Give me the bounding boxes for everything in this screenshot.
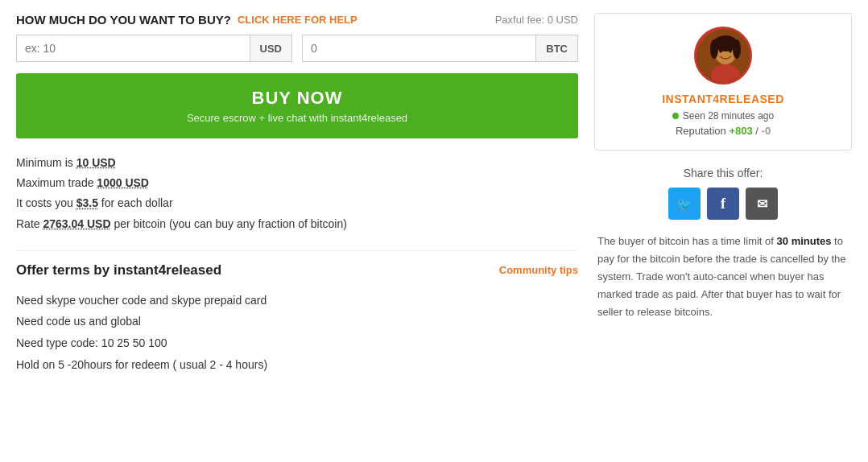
input-row: USD BTC	[16, 35, 578, 62]
rate-value: 2763.04 USD	[43, 217, 110, 230]
svg-point-3	[710, 39, 718, 59]
minimum-info: Minimum is 10 USD	[16, 153, 578, 173]
btc-input-group: BTC	[302, 35, 578, 62]
avatar-silhouette	[696, 29, 752, 85]
online-indicator	[672, 113, 679, 119]
offer-header-row: Offer terms by instant4released Communit…	[16, 262, 578, 278]
btc-currency: BTC	[535, 35, 577, 61]
seller-card: INSTANT4RELEASED Seen 28 minutes ago Rep…	[594, 13, 852, 151]
right-panel: INSTANT4RELEASED Seen 28 minutes ago Rep…	[594, 13, 852, 375]
facebook-icon: f	[721, 196, 725, 212]
svg-point-4	[733, 39, 741, 59]
buy-question: HOW MUCH DO YOU WANT TO BUY?	[16, 13, 231, 27]
trade-info: Minimum is 10 USD Maximum trade 1000 USD…	[16, 153, 578, 234]
avatar	[694, 27, 752, 85]
rep-positive: +803	[729, 125, 752, 137]
help-link[interactable]: CLICK HERE FOR HELP	[238, 14, 358, 26]
share-buttons: 🐦 f ✉	[594, 188, 852, 220]
buy-now-label: BUY NOW	[31, 88, 564, 109]
share-section: Share this offer: 🐦 f ✉	[594, 167, 852, 220]
usd-input[interactable]	[17, 35, 250, 61]
rate-info: Rate 2763.04 USD per bitcoin (you can bu…	[16, 214, 578, 234]
seller-name: INSTANT4RELEASED	[608, 93, 838, 105]
list-item: Hold on 5 -20hours for redeem ( usual 2 …	[16, 354, 578, 376]
list-item: Need type code: 10 25 50 100	[16, 332, 578, 354]
usd-currency: USD	[250, 35, 291, 61]
reputation: Reputation +803 / -0	[608, 125, 838, 137]
time-limit-bold: 30 minutes	[777, 235, 832, 247]
cost-info: It costs you $3.5 for each dollar	[16, 193, 578, 213]
seen-time: Seen 28 minutes ago	[608, 110, 838, 122]
rep-negative: -0	[762, 125, 771, 137]
buy-header: HOW MUCH DO YOU WANT TO BUY? CLICK HERE …	[16, 13, 578, 27]
offer-terms-list: Need skype voucher code and skype prepai…	[16, 290, 578, 375]
offer-section: Offer terms by instant4released Communit…	[16, 250, 578, 375]
svg-point-7	[729, 49, 732, 53]
left-panel: HOW MUCH DO YOU WANT TO BUY? CLICK HERE …	[16, 13, 578, 375]
share-facebook-button[interactable]: f	[707, 188, 739, 220]
buy-now-button[interactable]: BUY NOW Secure escrow + live chat with i…	[16, 73, 578, 138]
share-twitter-button[interactable]: 🐦	[668, 188, 701, 220]
list-item: Need skype voucher code and skype prepai…	[16, 290, 578, 311]
minimum-value: 10 USD	[76, 156, 116, 169]
paxful-fee: Paxful fee: 0 USD	[495, 14, 578, 26]
btc-input[interactable]	[303, 35, 535, 61]
maximum-value: 1000 USD	[97, 176, 149, 189]
community-tips-link[interactable]: Community tips	[499, 264, 578, 276]
buy-now-sub: Secure escrow + live chat with instant4r…	[31, 112, 564, 124]
community-tips-text: The buyer of bitcoin has a time limit of…	[594, 233, 852, 321]
list-item: Need code us and global	[16, 311, 578, 332]
email-icon: ✉	[757, 196, 767, 212]
twitter-icon: 🐦	[676, 196, 692, 212]
share-email-button[interactable]: ✉	[746, 188, 778, 220]
offer-title: Offer terms by instant4released	[16, 262, 221, 278]
cost-value: $3.5	[76, 196, 98, 209]
usd-input-group: USD	[16, 35, 292, 62]
buy-header-left: HOW MUCH DO YOU WANT TO BUY? CLICK HERE …	[16, 13, 358, 27]
maximum-info: Maximum trade 1000 USD	[16, 173, 578, 193]
share-title: Share this offer:	[594, 167, 852, 179]
svg-point-6	[719, 49, 722, 53]
